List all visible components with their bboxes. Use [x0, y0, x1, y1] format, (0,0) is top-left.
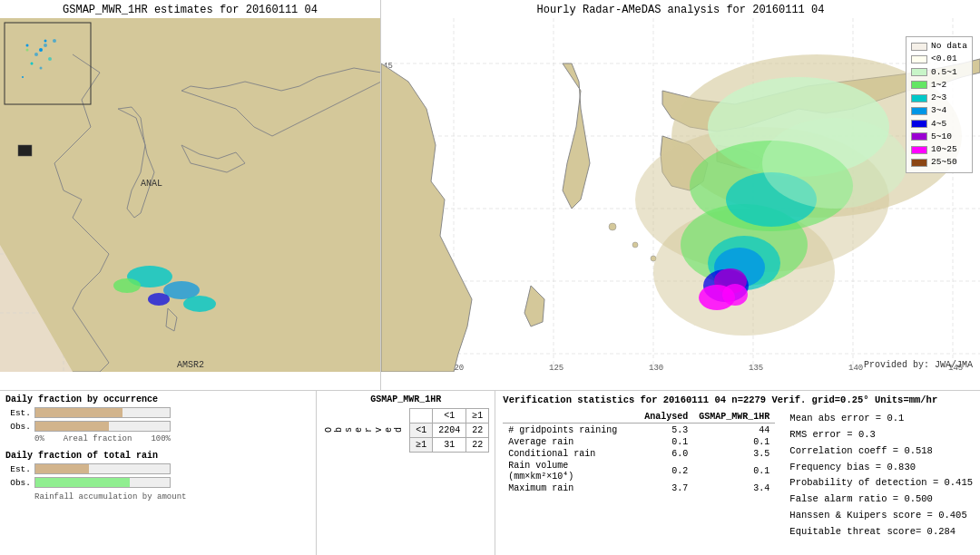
legend-color-2-3 [911, 94, 927, 102]
svg-point-23 [40, 67, 43, 70]
est-occurrence-bar-row: Est. [5, 407, 310, 418]
verif-val2-condrain: 3.5 [693, 448, 775, 460]
verif-title: Verification statistics for 20160111 04 … [503, 394, 973, 405]
left-map-canvas: ANAL AMSR2 [0, 18, 381, 372]
legend-color-nodata [911, 43, 927, 51]
verif-val2-gridpoints: 44 [693, 424, 775, 437]
est-occurrence-bar-inner [35, 408, 122, 417]
est-label: Est. [5, 408, 31, 418]
est-occurrence-bar-outer [34, 407, 171, 418]
stat-hanssen-kuipers: Hanssen & Kuipers score = 0.405 [789, 508, 973, 524]
verif-row-condrain: Conditional rain 6.0 3.5 [503, 448, 775, 460]
verif-table: Analysed GSMAP_MWR_1HR # gridpoints rain… [503, 411, 775, 494]
svg-point-72 [762, 118, 907, 209]
svg-point-19 [53, 39, 56, 43]
contingency-cell-11: 22 [466, 438, 489, 453]
svg-point-16 [183, 296, 216, 312]
stat-corr-coeff: Correlation coeff = 0.518 [789, 443, 973, 460]
obs-occurrence-bar-outer [34, 421, 171, 432]
contingency-table: <1 ≥1 <1 2204 22 ≥1 [409, 408, 489, 453]
svg-point-71 [722, 284, 748, 306]
verif-label-gridpoints: # gridpoints raining [503, 424, 639, 437]
svg-point-28 [44, 40, 47, 43]
svg-point-22 [26, 49, 29, 52]
right-map-panel: Hourly Radar-AMeDAS analysis for 2016011… [381, 0, 980, 390]
est-rain-bar-inner [35, 464, 89, 473]
contingency-section: GSMAP_MWR_1HR Observed <1 ≥1 [317, 391, 495, 555]
svg-point-27 [31, 63, 34, 65]
left-map-amsr2-label: AMSR2 [177, 360, 204, 370]
bottom-left-charts: Daily fraction by occurrence Est. Obs. 0… [0, 391, 317, 555]
contingency-wrapper: Observed <1 ≥1 <1 [322, 408, 489, 453]
contingency-cell-00: 2204 [433, 424, 466, 438]
contingency-empty-cell [410, 409, 433, 424]
verif-val1-maxrain: 3.7 [639, 482, 693, 494]
legend-color-4-5 [911, 120, 927, 128]
contingency-cell-01: 22 [466, 424, 489, 438]
obs-rain-bar-row: Obs. [5, 477, 310, 488]
verif-row-gridpoints: # gridpoints raining 5.3 44 [503, 424, 775, 437]
svg-rect-30 [18, 145, 32, 156]
right-map-title: Hourly Radar-AMeDAS analysis for 2016011… [381, 0, 980, 18]
legend-25-50: 25~50 [911, 156, 967, 169]
contingency-title: GSMAP_MWR_1HR [322, 394, 489, 404]
svg-point-20 [34, 53, 38, 56]
verif-col-analysed: Analysed [639, 411, 693, 424]
verif-row-volume: Rain volume (mm×km²×10⁴) 0.2 0.1 [503, 460, 775, 482]
est-rain-label: Est. [5, 464, 31, 474]
est-rain-bar-outer [34, 463, 171, 474]
verif-col-gsmap: GSMAP_MWR_1HR [693, 411, 775, 424]
occurrence-title: Daily fraction by occurrence [5, 394, 310, 404]
verif-val1-avgrain: 0.1 [639, 436, 693, 448]
obs-label-vertical: Observed [322, 425, 406, 434]
verif-val2-maxrain: 3.4 [693, 482, 775, 494]
stat-false-alarm: False alarm ratio = 0.500 [789, 492, 973, 508]
verif-header-row: Analysed GSMAP_MWR_1HR [503, 411, 775, 424]
svg-point-18 [44, 44, 47, 47]
obs-rain-bar-outer [34, 477, 171, 488]
verif-label-maxrain: Maximum rain [503, 482, 639, 494]
bottom-row: Daily fraction by occurrence Est. Obs. 0… [0, 390, 980, 555]
left-map-title: GSMAP_MWR_1HR estimates for 20160111 04 [0, 0, 380, 18]
legend-4-5: 4~5 [911, 118, 967, 131]
legend-color-10-25 [911, 146, 927, 154]
legend-3-4: 3~4 [911, 104, 967, 117]
contingency-header-row: <1 ≥1 [410, 409, 489, 424]
verif-label-condrain: Conditional rain [503, 448, 639, 460]
map-credit: Provided by: JWA/JMA [864, 360, 973, 370]
verification-section: Verification statistics for 20160111 04 … [495, 391, 980, 555]
svg-marker-11 [0, 18, 381, 372]
svg-point-17 [148, 293, 170, 306]
svg-point-56 [609, 223, 616, 230]
verif-content: Analysed GSMAP_MWR_1HR # gridpoints rain… [503, 411, 973, 540]
contingency-rowhead-ge1: ≥1 [410, 438, 433, 453]
verif-val2-volume: 0.1 [693, 460, 775, 482]
contingency-cell-10: 31 [433, 438, 466, 453]
contingency-row-ge1: ≥1 31 22 [410, 438, 489, 453]
legend-color-5-10 [911, 132, 927, 141]
legend-color-25-50 [911, 159, 927, 167]
obs-occurrence-bar-row: Obs. [5, 421, 310, 432]
legend-2-3: 2~3 [911, 92, 967, 104]
svg-text:130: 130 [649, 364, 663, 372]
svg-point-26 [39, 48, 43, 52]
svg-text:125: 125 [549, 364, 564, 372]
svg-point-14 [113, 278, 141, 293]
right-map-svg: 45 40 35 30 25 120 125 130 135 140 145 2… [381, 18, 980, 372]
verif-stats-right: Mean abs error = 0.1 RMS error = 0.3 Cor… [789, 411, 973, 540]
svg-point-25 [26, 44, 29, 47]
legend-1-2: 1~2 [911, 79, 967, 92]
verif-row-avgrain: Average rain 0.1 0.1 [503, 436, 775, 448]
legend-color-3-4 [911, 107, 927, 115]
contingency-col-lt1: <1 [433, 409, 466, 424]
main-container: GSMAP_MWR_1HR estimates for 20160111 04 [0, 0, 980, 555]
legend-05-1: 0.5~1 [911, 66, 967, 79]
legend: No data <0.01 0.5~1 1~2 [906, 36, 973, 173]
legend-color-1-2 [911, 81, 927, 89]
legend-10-25: 10~25 [911, 143, 967, 156]
verif-col-empty [503, 411, 639, 424]
verif-val1-volume: 0.2 [639, 460, 693, 482]
rain-title: Daily fraction of total rain [5, 451, 310, 461]
occurrence-axis: 0% Areal fraction 100% [34, 434, 171, 443]
verif-label-avgrain: Average rain [503, 436, 639, 448]
